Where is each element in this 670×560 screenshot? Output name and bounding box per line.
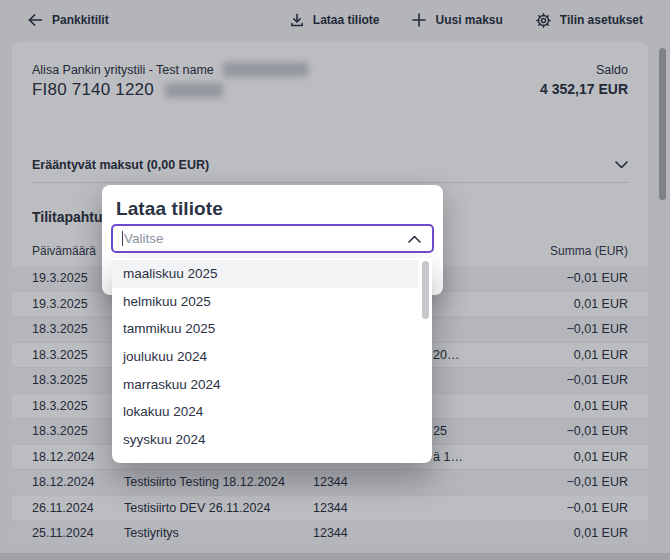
page-scrollbar-thumb[interactable]: [659, 48, 666, 200]
statement-month-select[interactable]: Valitse: [111, 224, 434, 253]
option-month[interactable]: syyskuu 2024: [112, 426, 418, 454]
option-month[interactable]: joulukuu 2024: [112, 343, 418, 371]
option-month[interactable]: marraskuu 2024: [112, 370, 418, 398]
month-options-list: maaliskuu 2025 helmikuu 2025 tammikuu 20…: [112, 258, 432, 463]
select-placeholder: Valitse: [124, 231, 408, 246]
option-month[interactable]: lokakuu 2024: [112, 398, 418, 426]
option-month[interactable]: helmikuu 2025: [112, 288, 418, 316]
modal-title: Lataa tiliote: [116, 198, 443, 220]
option-month[interactable]: tammikuu 2025: [112, 315, 418, 343]
dropdown-scrollbar-thumb[interactable]: [422, 261, 429, 319]
text-cursor: [122, 231, 123, 246]
chevron-up-icon: [408, 235, 421, 243]
option-month[interactable]: maaliskuu 2025: [112, 260, 418, 288]
